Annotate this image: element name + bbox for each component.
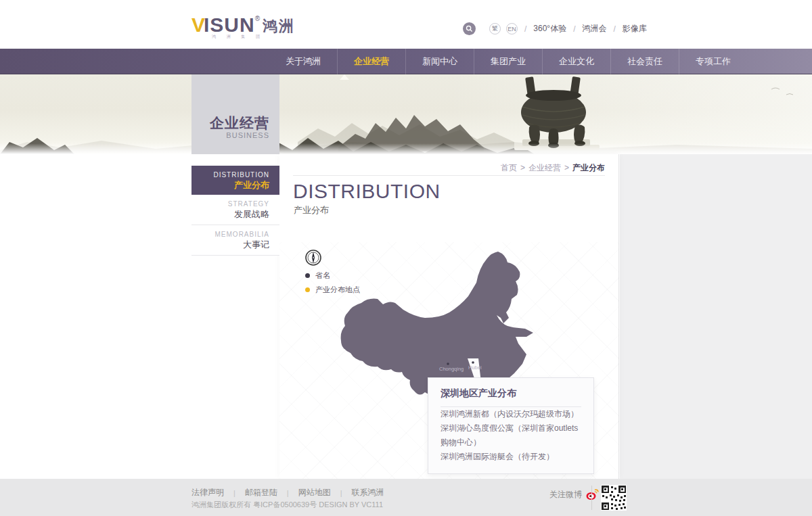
footer-links: 法律声明 | 邮箱登陆 | 网站地图 | 联系鸿洲	[191, 487, 384, 498]
infobox-title: 深圳地区产业分布	[441, 388, 581, 407]
weibo-label: 关注微博	[549, 489, 582, 500]
logo-tagline: 鸿 洲 集 团	[212, 34, 265, 40]
infobox-item[interactable]: 深圳鸿洲国际游艇会（待开发）	[441, 450, 581, 464]
nav-item-culture[interactable]: 企业文化	[542, 49, 610, 74]
logo-wordmark: ISUN	[204, 14, 255, 37]
footer-link-sitemap[interactable]: 网站地图	[298, 487, 331, 498]
banner-bottom-fade	[0, 143, 812, 154]
weibo-icon	[586, 489, 599, 500]
sidebar-item-memorabilia[interactable]: MEMORABILIA 大事记	[191, 225, 279, 256]
province-dot-icon	[305, 273, 310, 278]
weibo-qr-code[interactable]	[601, 485, 627, 511]
shenzhen-infobox: 深圳地区产业分布 深圳鸿洲新都（内设沃尔玛超级市场） 深圳湖心岛度假公寓（深圳首…	[428, 377, 594, 474]
site-logo[interactable]: VISUN®鸿洲	[191, 14, 295, 37]
header-separator: /	[523, 24, 528, 34]
nav-item-responsibility[interactable]: 社会责任	[610, 49, 679, 74]
legend-label: 省名	[315, 271, 330, 281]
page-title: DISTRIBUTION	[293, 180, 441, 203]
header-separator: /	[612, 24, 617, 34]
sidebar-section-title-en: BUSINESS	[226, 131, 269, 139]
nav-item-business[interactable]: 企业经营	[337, 49, 405, 74]
main-content: 首页>企业经营>产业分布 DISTRIBUTION 产业分布 省名 产业分布地点	[279, 154, 619, 479]
footer-separator: |	[331, 489, 352, 497]
header-utilities: 繁 EN / 360°体验 / 鸿洲会 / 影像库	[463, 22, 647, 35]
nav-item-special[interactable]: 专项工作	[679, 49, 747, 74]
nav-item-news[interactable]: 新闻中心	[405, 49, 474, 74]
bronze-ding-statue	[506, 76, 608, 154]
location-dot-icon	[305, 287, 310, 292]
compass-icon	[304, 249, 322, 266]
footer-separator: |	[224, 489, 245, 497]
right-background-panel	[620, 154, 812, 479]
banner-mountains-art	[0, 74, 812, 154]
sidebar-item-label-en: MEMORABILIA	[191, 231, 269, 238]
footer-separator: |	[277, 489, 298, 497]
nav-item-about[interactable]: 关于鸿洲	[269, 49, 337, 74]
footer-link-legal[interactable]: 法律声明	[191, 487, 224, 498]
footer-link-contact[interactable]: 联系鸿洲	[352, 487, 384, 498]
banner-image	[0, 74, 812, 154]
province-label-hubei: Hubei	[468, 365, 482, 371]
logo-chinese-name: 鸿洲	[263, 16, 295, 37]
province-label-chongqing: Chongqing	[439, 366, 464, 372]
infobox-item[interactable]: 深圳湖心岛度假公寓（深圳首家outlets购物中心）	[441, 421, 581, 450]
sidebar-item-label-en: DISTRIBUTION	[191, 171, 269, 179]
footer-link-mail[interactable]: 邮箱登陆	[245, 487, 277, 498]
map-section: 省名 产业分布地点 Chongqing Hubei Guangdong Hain	[279, 242, 619, 479]
breadcrumb: 首页>企业经营>产业分布	[501, 162, 605, 174]
province-dot-hubei	[472, 361, 474, 364]
header-link-gallery[interactable]: 影像库	[623, 23, 647, 34]
sidebar-item-label-cn: 产业分布	[191, 179, 269, 191]
sidebar-item-label-cn: 大事记	[191, 239, 269, 251]
sidebar-item-strategy[interactable]: STRATEGY 发展战略	[191, 195, 279, 225]
logo-registered-mark: ®	[255, 15, 260, 22]
header-separator: /	[572, 24, 577, 34]
sidebar-section-title-cn: 企业经营	[210, 114, 269, 133]
page: VISUN®鸿洲 鸿 洲 集 团 繁 EN / 360°体验 / 鸿洲会 / 影…	[0, 0, 812, 516]
page-subtitle: 产业分布	[294, 204, 329, 216]
footer-divider	[591, 486, 592, 510]
breadcrumb-home[interactable]: 首页	[501, 163, 517, 172]
breadcrumb-current: 产业分布	[572, 163, 605, 172]
breadcrumb-separator: >	[517, 163, 528, 172]
header-link-club[interactable]: 鸿洲会	[583, 23, 607, 34]
logo-v-glyph: V	[191, 14, 204, 37]
breadcrumb-separator: >	[561, 163, 572, 172]
breadcrumb-divider	[293, 175, 605, 176]
lang-en-button[interactable]: EN	[506, 23, 518, 34]
main-nav: 关于鸿洲 企业经营 新闻中心 集团产业 企业文化 社会责任 专项工作	[0, 49, 812, 74]
lang-traditional-button[interactable]: 繁	[489, 23, 501, 34]
footer-bar: 法律声明 | 邮箱登陆 | 网站地图 | 联系鸿洲 鸿洲集团版权所有 粤ICP备…	[0, 479, 812, 516]
footer-copyright: 鸿洲集团版权所有 粤ICP备0500639号 DESIGN BY VC111	[191, 500, 383, 510]
nav-item-industry[interactable]: 集团产业	[474, 49, 542, 74]
header-link-360[interactable]: 360°体验	[533, 23, 566, 34]
active-nav-caret-icon	[340, 74, 349, 80]
sidebar-section-header: 企业经营 BUSINESS	[191, 74, 279, 154]
sidebar-menu: DISTRIBUTION 产业分布 STRATEGY 发展战略 MEMORABI…	[191, 166, 279, 256]
header-bar: VISUN®鸿洲 鸿 洲 集 团 繁 EN / 360°体验 / 鸿洲会 / 影…	[0, 0, 812, 49]
main-nav-items: 关于鸿洲 企业经营 新闻中心 集团产业 企业文化 社会责任 专项工作	[269, 49, 747, 74]
search-button[interactable]	[463, 22, 476, 35]
sidebar-item-distribution[interactable]: DISTRIBUTION 产业分布	[191, 166, 279, 195]
infobox-item[interactable]: 深圳鸿洲新都（内设沃尔玛超级市场）	[441, 407, 581, 421]
search-icon	[466, 25, 473, 32]
sidebar-item-label-en: STRATEGY	[191, 200, 269, 208]
breadcrumb-business[interactable]: 企业经营	[528, 163, 561, 172]
province-dot-chongqing	[447, 362, 449, 365]
sidebar-item-label-cn: 发展战略	[191, 208, 269, 220]
